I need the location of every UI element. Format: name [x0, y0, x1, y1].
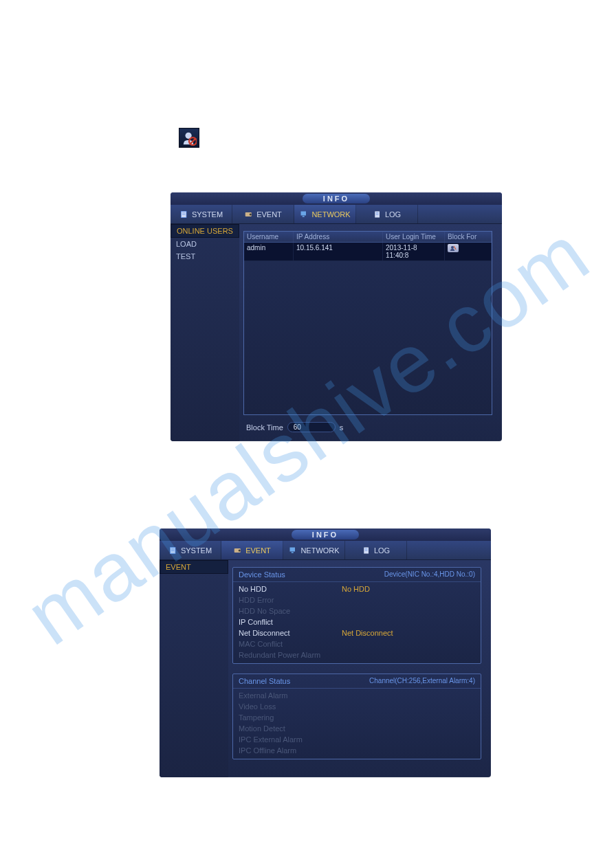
- status-label: HDD No Space: [239, 607, 342, 615]
- table-row[interactable]: admin 10.15.6.141 2013-11-8 11:40:8: [244, 243, 492, 261]
- system-icon: [168, 546, 178, 555]
- tab-system[interactable]: SYSTEM: [160, 541, 221, 559]
- sidebar: EVENT: [160, 560, 228, 777]
- block-time-unit: s: [340, 423, 344, 432]
- tab-event-label: EVENT: [256, 210, 282, 219]
- sidebar-item-test[interactable]: TEST: [171, 250, 239, 263]
- col-username[interactable]: Username: [244, 232, 294, 242]
- status-row-ipc-external-alarm: IPC External Alarm: [233, 734, 481, 745]
- event-icon: [244, 210, 254, 219]
- log-icon: [362, 546, 371, 555]
- tab-event[interactable]: EVENT: [232, 205, 294, 223]
- main-tabs: SYSTEM EVENT NETWORK LOG: [171, 205, 502, 224]
- event-icon: [233, 546, 243, 555]
- status-row-hdd-no-space: HDD No Space: [233, 605, 481, 616]
- block-icon: [450, 245, 457, 251]
- status-value: No HDD: [342, 585, 370, 593]
- svg-point-19: [239, 549, 241, 551]
- device-status-title: Device Status: [239, 570, 285, 579]
- tab-system-label: SYSTEM: [181, 546, 212, 555]
- block-time-input[interactable]: [287, 422, 336, 432]
- network-icon: [288, 546, 298, 555]
- log-icon: [373, 210, 382, 219]
- status-row-ip-conflict: IP Conflict: [233, 616, 481, 627]
- status-label: Tampering: [239, 713, 342, 722]
- tab-network[interactable]: NETWORK: [294, 205, 356, 223]
- device-status-summary: Device(NIC No.:4,HDD No.:0): [384, 570, 475, 579]
- status-row-no-hdd: No HDDNo HDD: [233, 583, 481, 594]
- tab-log-label: LOG: [374, 546, 390, 555]
- status-label: HDD Error: [239, 596, 342, 604]
- channel-status-summary: Channel(CH:256,External Alarm:4): [369, 677, 475, 685]
- svg-rect-21: [292, 552, 294, 553]
- status-label: External Alarm: [239, 691, 342, 700]
- col-ip[interactable]: IP Address: [294, 232, 383, 242]
- channel-status-panel: Channel Status Channel(CH:256,External A…: [232, 674, 481, 759]
- tab-log-label: LOG: [385, 210, 401, 219]
- status-label: Redundant Power Alarm: [239, 651, 342, 659]
- tab-event[interactable]: EVENT: [221, 541, 283, 559]
- col-login-time[interactable]: User Login Time: [383, 232, 445, 242]
- device-status-panel: Device Status Device(NIC No.:4,HDD No.:0…: [232, 567, 481, 664]
- status-value: Net Disconnect: [342, 629, 393, 637]
- block-user-icon: [179, 128, 199, 148]
- status-label: Motion Detect: [239, 724, 342, 733]
- status-label: IP Conflict: [239, 618, 342, 626]
- info-window-network: INFO SYSTEM EVENT NETWORK LOG ONLINE USE…: [171, 192, 502, 441]
- svg-rect-8: [301, 211, 307, 215]
- sidebar-item-online-users[interactable]: ONLINE USERS: [171, 224, 239, 238]
- tab-network[interactable]: NETWORK: [283, 541, 345, 559]
- grid-header: Username IP Address User Login Time Bloc…: [244, 232, 492, 243]
- window-titlebar: INFO: [160, 528, 491, 541]
- status-row-external-alarm: External Alarm: [233, 690, 481, 701]
- svg-rect-20: [290, 547, 296, 551]
- status-row-tampering: Tampering: [233, 712, 481, 723]
- svg-point-7: [250, 213, 252, 215]
- cell-ip: 10.15.6.141: [294, 243, 383, 260]
- tab-system-label: SYSTEM: [192, 210, 223, 219]
- info-window-event: INFO SYSTEM EVENT NETWORK LOG EVENT Devi…: [160, 528, 491, 777]
- window-title: INFO: [303, 194, 370, 203]
- window-titlebar: INFO: [171, 192, 502, 205]
- cell-block: [445, 243, 492, 260]
- window-title: INFO: [292, 530, 359, 539]
- tab-network-label: NETWORK: [300, 546, 339, 555]
- status-row-net-disconnect: Net DisconnectNet Disconnect: [233, 627, 481, 638]
- svg-point-13: [451, 246, 454, 249]
- col-block-for[interactable]: Block For: [445, 232, 492, 242]
- sidebar-item-event[interactable]: EVENT: [160, 560, 228, 574]
- block-time-label: Block Time: [246, 423, 283, 432]
- block-user-button[interactable]: [448, 244, 459, 252]
- online-users-grid: Username IP Address User Login Time Bloc…: [243, 231, 492, 415]
- status-label: IPC Offline Alarm: [239, 746, 342, 755]
- tab-event-label: EVENT: [245, 546, 271, 555]
- status-row-motion-detect: Motion Detect: [233, 723, 481, 734]
- tab-log[interactable]: LOG: [356, 205, 418, 223]
- status-label: IPC External Alarm: [239, 735, 342, 744]
- status-row-mac-conflict: MAC Conflict: [233, 638, 481, 649]
- status-label: MAC Conflict: [239, 640, 342, 648]
- status-row-video-loss: Video Loss: [233, 701, 481, 712]
- status-label: No HDD: [239, 585, 342, 593]
- network-icon: [299, 210, 309, 219]
- tab-log[interactable]: LOG: [345, 541, 407, 559]
- svg-rect-9: [303, 216, 305, 217]
- cell-username: admin: [244, 243, 294, 260]
- svg-line-14: [454, 246, 456, 249]
- status-row-hdd-error: HDD Error: [233, 594, 481, 605]
- status-row-ipc-offline-alarm: IPC Offline Alarm: [233, 745, 481, 756]
- block-time-row: Block Time s: [243, 422, 492, 432]
- system-icon: [179, 210, 189, 219]
- sidebar: ONLINE USERS LOAD TEST: [171, 224, 239, 441]
- status-row-redundant-power: Redundant Power Alarm: [233, 649, 481, 660]
- main-tabs: SYSTEM EVENT NETWORK LOG: [160, 541, 491, 560]
- status-label: Video Loss: [239, 702, 342, 711]
- status-label: Net Disconnect: [239, 629, 342, 637]
- sidebar-item-load[interactable]: LOAD: [171, 238, 239, 250]
- tab-network-label: NETWORK: [311, 210, 350, 219]
- channel-status-title: Channel Status: [239, 677, 290, 685]
- tab-system[interactable]: SYSTEM: [171, 205, 232, 223]
- cell-login-time: 2013-11-8 11:40:8: [383, 243, 445, 260]
